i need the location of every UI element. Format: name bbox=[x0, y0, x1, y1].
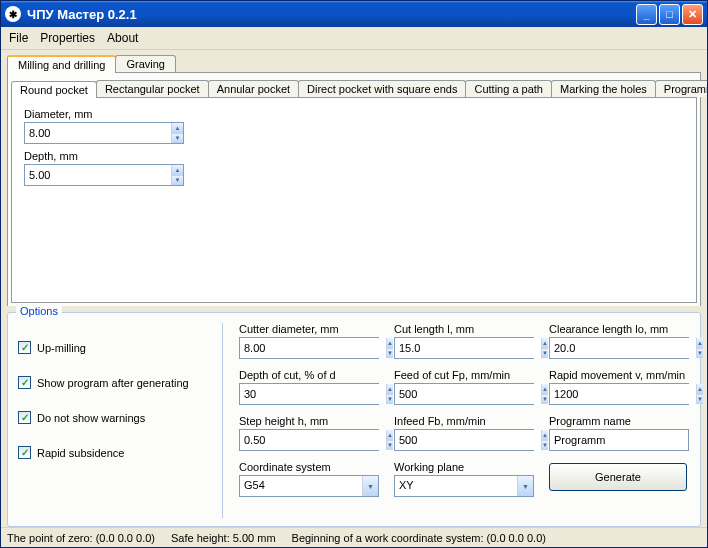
spin-down-icon[interactable]: ▼ bbox=[387, 441, 393, 451]
titlebar: ✱ ЧПУ Мастер 0.2.1 _ □ ✕ bbox=[1, 1, 707, 27]
no-warnings-checkbox[interactable]: ✓ bbox=[18, 411, 31, 424]
clearance-length-input[interactable]: ▲▼ bbox=[549, 337, 689, 359]
spin-down-icon[interactable]: ▼ bbox=[697, 395, 703, 405]
minimize-button[interactable]: _ bbox=[636, 4, 657, 25]
depth-value[interactable] bbox=[25, 165, 171, 185]
diameter-input[interactable]: ▲ ▼ bbox=[24, 122, 184, 144]
working-plane-label: Working plane bbox=[394, 461, 535, 473]
rapid-subsidence-label: Rapid subsidence bbox=[37, 447, 124, 459]
tab-marking-holes[interactable]: Marking the holes bbox=[551, 80, 656, 97]
spin-up-icon[interactable]: ▲ bbox=[387, 384, 393, 395]
app-window: ✱ ЧПУ Мастер 0.2.1 _ □ ✕ File Properties… bbox=[0, 0, 708, 548]
content-area: Milling and drilling Graving Round pocke… bbox=[1, 50, 707, 527]
status-begin-coord: Beginning of a work coordinate system: (… bbox=[292, 532, 546, 544]
spin-down-icon[interactable]: ▼ bbox=[542, 349, 548, 359]
up-milling-checkbox[interactable]: ✓ bbox=[18, 341, 31, 354]
spin-up-icon[interactable]: ▲ bbox=[172, 123, 183, 134]
chevron-down-icon[interactable]: ▼ bbox=[517, 476, 533, 496]
menubar: File Properties About bbox=[1, 27, 707, 50]
diameter-label: Diameter, mm bbox=[24, 108, 684, 120]
tab-annular-pocket[interactable]: Annular pocket bbox=[208, 80, 299, 97]
clearance-length-label: Clearance length lo, mm bbox=[549, 323, 690, 335]
step-height-label: Step height h, mm bbox=[239, 415, 380, 427]
show-program-checkbox[interactable]: ✓ bbox=[18, 376, 31, 389]
tab-milling-drilling[interactable]: Milling and drilling bbox=[7, 55, 116, 73]
tab-round-pocket[interactable]: Round pocket bbox=[11, 81, 97, 98]
spin-down-icon[interactable]: ▼ bbox=[542, 441, 548, 451]
spin-up-icon[interactable]: ▲ bbox=[172, 165, 183, 176]
spin-up-icon[interactable]: ▲ bbox=[542, 384, 548, 395]
generate-button[interactable]: Generate bbox=[549, 463, 687, 491]
depth-of-cut-input[interactable]: ▲▼ bbox=[239, 383, 379, 405]
depth-input[interactable]: ▲ ▼ bbox=[24, 164, 184, 186]
program-name-label: Programm name bbox=[549, 415, 690, 427]
outer-tabs: Milling and drilling Graving bbox=[7, 52, 701, 72]
tab-cutting-path[interactable]: Cutting a path bbox=[465, 80, 552, 97]
status-zero: The point of zero: (0.0 0.0 0.0) bbox=[7, 532, 155, 544]
tab-graving[interactable]: Graving bbox=[115, 55, 176, 72]
up-milling-label: Up-milling bbox=[37, 342, 86, 354]
feed-of-cut-input[interactable]: ▲▼ bbox=[394, 383, 534, 405]
menu-properties[interactable]: Properties bbox=[40, 31, 95, 45]
diameter-value[interactable] bbox=[25, 123, 171, 143]
spin-down-icon[interactable]: ▼ bbox=[697, 349, 703, 359]
outer-panel: Round pocket Rectangular pocket Annular … bbox=[7, 72, 701, 306]
maximize-button[interactable]: □ bbox=[659, 4, 680, 25]
cutter-diameter-input[interactable]: ▲▼ bbox=[239, 337, 379, 359]
rapid-movement-label: Rapid movement v, mm/min bbox=[549, 369, 690, 381]
inner-tabs: Round pocket Rectangular pocket Annular … bbox=[11, 77, 697, 97]
close-button[interactable]: ✕ bbox=[682, 4, 703, 25]
feed-of-cut-label: Feed of cut Fp, mm/min bbox=[394, 369, 535, 381]
infeed-label: Infeed Fb, mm/min bbox=[394, 415, 535, 427]
coord-system-label: Coordinate system bbox=[239, 461, 380, 473]
tab-programm[interactable]: Programm bbox=[655, 80, 707, 97]
no-warnings-label: Do not show warnings bbox=[37, 412, 145, 424]
cut-length-input[interactable]: ▲▼ bbox=[394, 337, 534, 359]
rapid-movement-input[interactable]: ▲▼ bbox=[549, 383, 689, 405]
depth-of-cut-label: Depth of cut, % of d bbox=[239, 369, 380, 381]
options-checkboxes: ✓ Up-milling ✓ Show program after genera… bbox=[18, 323, 223, 518]
spin-up-icon[interactable]: ▲ bbox=[387, 430, 393, 441]
menu-file[interactable]: File bbox=[9, 31, 28, 45]
options-grid: Cutter diameter, mm ▲▼ Cut length l, mm … bbox=[223, 323, 690, 518]
spin-up-icon[interactable]: ▲ bbox=[697, 384, 703, 395]
statusbar: The point of zero: (0.0 0.0 0.0) Safe he… bbox=[1, 527, 707, 547]
spin-up-icon[interactable]: ▲ bbox=[697, 338, 703, 349]
rapid-subsidence-checkbox[interactable]: ✓ bbox=[18, 446, 31, 459]
program-name-input[interactable] bbox=[549, 429, 689, 451]
menu-about[interactable]: About bbox=[107, 31, 138, 45]
depth-label: Depth, mm bbox=[24, 150, 684, 162]
spin-up-icon[interactable]: ▲ bbox=[542, 338, 548, 349]
spin-up-icon[interactable]: ▲ bbox=[542, 430, 548, 441]
cutter-diameter-label: Cutter diameter, mm bbox=[239, 323, 380, 335]
spin-down-icon[interactable]: ▼ bbox=[387, 349, 393, 359]
chevron-down-icon[interactable]: ▼ bbox=[362, 476, 378, 496]
tab-rectangular-pocket[interactable]: Rectangular pocket bbox=[96, 80, 209, 97]
options-legend: Options bbox=[16, 305, 62, 317]
coord-system-select[interactable]: G54 ▼ bbox=[239, 475, 379, 497]
spin-down-icon[interactable]: ▼ bbox=[172, 134, 183, 144]
show-program-label: Show program after generating bbox=[37, 377, 189, 389]
cut-length-label: Cut length l, mm bbox=[394, 323, 535, 335]
working-plane-select[interactable]: XY ▼ bbox=[394, 475, 534, 497]
options-group: Options ✓ Up-milling ✓ Show program afte… bbox=[7, 312, 701, 527]
spin-down-icon[interactable]: ▼ bbox=[172, 176, 183, 186]
spin-down-icon[interactable]: ▼ bbox=[387, 395, 393, 405]
tab-direct-pocket[interactable]: Direct pocket with square ends bbox=[298, 80, 466, 97]
spin-up-icon[interactable]: ▲ bbox=[387, 338, 393, 349]
infeed-input[interactable]: ▲▼ bbox=[394, 429, 534, 451]
spin-down-icon[interactable]: ▼ bbox=[542, 395, 548, 405]
window-title: ЧПУ Мастер 0.2.1 bbox=[27, 7, 137, 22]
round-pocket-panel: Diameter, mm ▲ ▼ Depth, mm ▲ bbox=[11, 97, 697, 303]
step-height-input[interactable]: ▲▼ bbox=[239, 429, 379, 451]
app-icon: ✱ bbox=[5, 6, 21, 22]
status-safe-height: Safe height: 5.00 mm bbox=[171, 532, 276, 544]
